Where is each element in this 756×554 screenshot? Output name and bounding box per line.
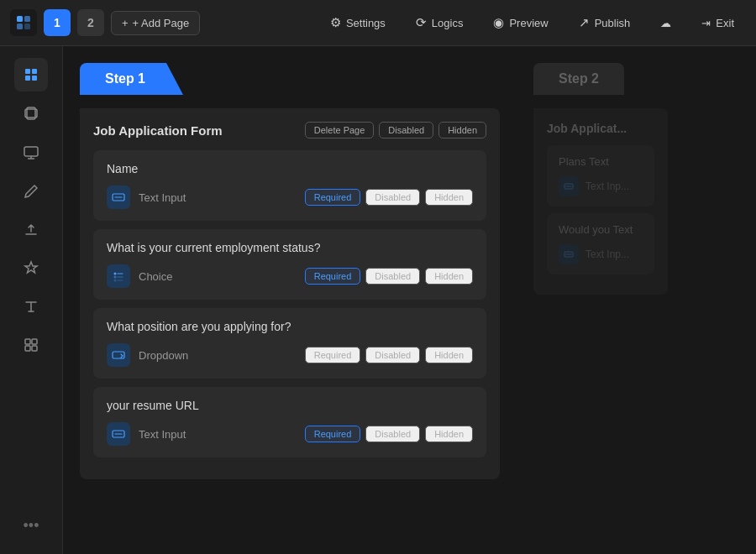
hidden-page-button[interactable]: Hidden [438,122,486,138]
publish-button[interactable]: ↗ Publish [567,10,643,35]
sidebar-icon-monitor[interactable] [14,135,48,169]
field-position: What position are you applying for? Drop… [93,308,486,379]
field-resume-disabled-btn[interactable]: Disabled [365,426,420,442]
svg-rect-7 [32,76,37,81]
svg-rect-1 [24,16,30,22]
field-position-label: What position are you applying for? [107,320,473,333]
field-resume: your resume URL Text Input Required Disa… [93,387,486,457]
step1-tab[interactable]: Step 1 [80,63,183,95]
page-tab-2[interactable]: 2 [77,9,104,36]
field-resume-tags: Required Disabled Hidden [305,426,473,442]
field-position-row: Dropdown Required Disabled Hidden [107,343,473,367]
step1-form-header-buttons: Delete Page Disabled Hidden [305,122,486,138]
left-sidebar: ••• [0,46,63,554]
field-name: Name Text Input Required Disabled [93,150,486,221]
field-position-disabled-btn[interactable]: Disabled [365,347,420,363]
step2-field-would: Would you Text Text Inp... [547,213,654,274]
field-name-hidden-btn[interactable]: Hidden [425,189,473,206]
step1-form-container: Job Application Form Delete Page Disable… [80,108,500,479]
field-resume-required-btn[interactable]: Required [305,426,361,442]
field-name-disabled-btn[interactable]: Disabled [365,189,420,206]
svg-rect-14 [32,339,37,344]
field-resume-label: your resume URL [107,399,473,412]
step1-header: Step 1 [80,63,500,95]
sidebar-icon-upload[interactable] [14,212,48,246]
field-position-tags: Required Disabled Hidden [305,347,473,363]
field-employment-required-btn[interactable]: Required [305,268,361,285]
field-employment-row: Choice Required Disabled Hidden [107,264,473,288]
field-position-type-label: Dropdown [139,349,297,362]
step2-form-title: Job Applicat... [547,122,654,135]
disabled-page-button[interactable]: Disabled [379,122,433,138]
svg-point-21 [114,276,117,279]
preview-icon: ◉ [493,15,504,30]
settings-icon: ⚙ [330,15,341,30]
sidebar-icon-star[interactable] [14,251,48,285]
svg-rect-0 [17,16,23,22]
cloud-button[interactable]: ☁ [648,12,683,34]
field-position-hidden-btn[interactable]: Hidden [425,347,473,363]
svg-rect-13 [25,339,30,344]
step1-form-header: Job Application Form Delete Page Disable… [93,122,486,138]
page-tab-1[interactable]: 1 [44,9,71,36]
field-name-required-btn[interactable]: Required [305,189,361,206]
exit-button[interactable]: ⇥ Exit [690,12,746,34]
add-page-button[interactable]: + + Add Page [111,11,200,35]
more-icon: ••• [24,517,39,535]
step2-field-plans-type: Text Inp... [585,180,629,192]
svg-point-23 [114,280,117,282]
delete-page-button[interactable]: Delete Page [305,122,375,138]
step1-panel: Step 1 Job Application Form Delete Page … [63,63,517,537]
exit-icon: ⇥ [701,17,711,29]
step2-field-would-row: Text Inp... [559,244,643,264]
sidebar-icon-components[interactable] [14,328,48,362]
field-resume-type-label: Text Input [139,428,297,441]
field-employment-type-icon [107,264,130,288]
sidebar-icon-edit[interactable] [14,174,48,207]
logics-button[interactable]: ⟳ Logics [404,10,475,35]
step2-field-would-type: Text Inp... [585,248,629,260]
logics-icon: ⟳ [416,15,427,30]
field-name-label: Name [107,162,473,175]
preview-button[interactable]: ◉ Preview [481,10,559,35]
sidebar-icon-layout[interactable] [14,58,48,91]
field-position-type-icon [107,343,130,367]
field-position-required-btn[interactable]: Required [305,347,361,363]
step1-form-title: Job Application Form [93,123,223,138]
app-logo [10,9,37,36]
main-area: ••• Step 1 Job Application Form Delete P… [0,46,756,554]
step2-form-container: Job Applicat... Plans Text Text Inp... [533,108,668,295]
settings-button[interactable]: ⚙ Settings [318,10,397,35]
svg-rect-3 [24,24,30,29]
field-employment: What is your current employment status? [93,229,486,300]
svg-rect-2 [17,24,23,29]
field-name-type-icon [107,186,130,209]
step2-header: Step 2 [533,63,668,95]
plus-icon: + [122,17,129,29]
field-employment-type-label: Choice [139,270,297,283]
step2-tab[interactable]: Step 2 [533,63,624,95]
svg-rect-15 [25,346,30,351]
step2-field-would-label: Would you Text [559,223,643,236]
step2-panel: Step 2 Job Applicat... Plans Text T [517,63,685,537]
step2-field-plans-icon [559,176,579,196]
sidebar-more[interactable]: ••• [14,509,48,542]
field-name-type-label: Text Input [139,191,297,204]
publish-icon: ↗ [579,15,590,30]
content-area: Step 1 Job Application Form Delete Page … [63,46,756,554]
field-resume-hidden-btn[interactable]: Hidden [425,426,473,442]
svg-point-19 [114,273,117,275]
sidebar-icon-text[interactable] [14,290,48,323]
step2-field-would-icon [559,244,579,264]
svg-rect-10 [24,147,38,156]
svg-rect-4 [25,69,30,74]
step2-field-plans-row: Text Inp... [559,176,643,196]
svg-rect-16 [32,346,37,351]
svg-rect-5 [32,69,37,74]
field-employment-disabled-btn[interactable]: Disabled [365,268,420,285]
field-employment-hidden-btn[interactable]: Hidden [425,268,473,285]
svg-rect-25 [113,352,124,358]
sidebar-icon-layers[interactable] [14,97,48,130]
field-name-row: Text Input Required Disabled Hidden [107,186,473,209]
cloud-icon: ☁ [660,17,671,29]
